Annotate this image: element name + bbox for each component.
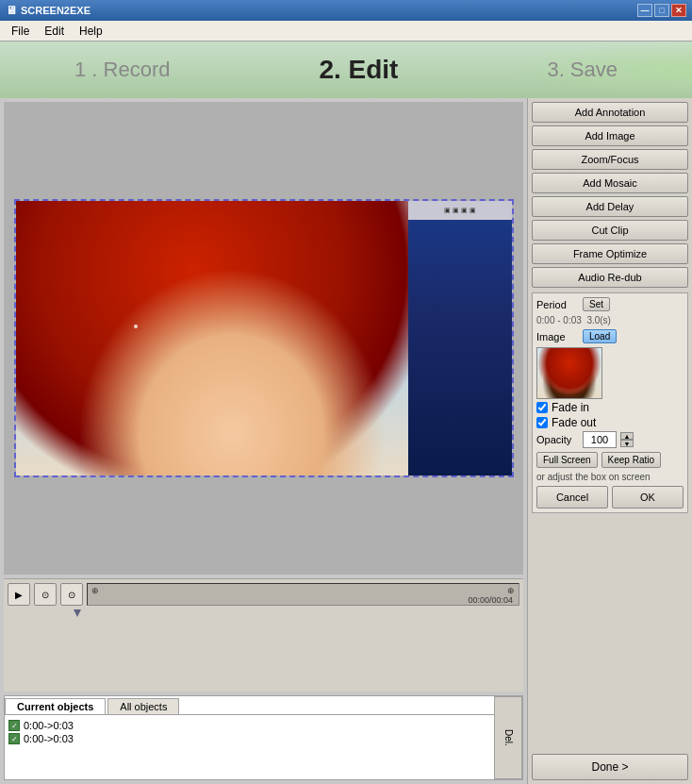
close-button[interactable]: ✕ bbox=[671, 4, 686, 17]
header-steps: 1 . Record 2. Edit 3. Save bbox=[0, 42, 692, 98]
item-checkbox-2[interactable]: ✓ bbox=[8, 733, 20, 744]
menu-file[interactable]: File bbox=[4, 23, 37, 40]
menu-bar: File Edit Help bbox=[0, 21, 692, 42]
cursor-indicator bbox=[134, 325, 138, 328]
timeline-playhead-row bbox=[8, 609, 519, 617]
left-panel: ▣ ▣ ▣ ▣ ▶ ⊙ ⊙ ⊕ ⊕ 00:00/00:04 bbox=[0, 98, 527, 784]
item-time-2: 0:00->0:03 bbox=[24, 733, 74, 744]
keep-ratio-button[interactable]: Keep Ratio bbox=[601, 452, 661, 468]
play-button[interactable]: ▶ bbox=[8, 583, 30, 606]
add-delay-button[interactable]: Add Delay bbox=[532, 196, 688, 217]
minimize-button[interactable]: — bbox=[637, 4, 652, 17]
step-record[interactable]: 1 . Record bbox=[74, 58, 171, 82]
desktop-taskbar: ▣ ▣ ▣ ▣ bbox=[408, 201, 511, 220]
list-item: ✓ 0:00->0:03 bbox=[8, 719, 519, 732]
playhead bbox=[74, 609, 81, 617]
marker-start-icon: ⊕ bbox=[91, 586, 99, 595]
opacity-down[interactable]: ▼ bbox=[620, 440, 634, 447]
period-range: 0:00 - 0:03 3.0(s) bbox=[536, 315, 684, 325]
opacity-input[interactable] bbox=[583, 431, 617, 448]
period-set-button[interactable]: Set bbox=[583, 297, 610, 311]
girl-illustration bbox=[16, 201, 409, 475]
size-buttons-row: Full Screen Keep Ratio bbox=[536, 452, 684, 468]
app-icon: 🖥 bbox=[6, 4, 17, 17]
mark-out-button[interactable]: ⊙ bbox=[60, 583, 83, 606]
opacity-row: Opacity ▲ ▼ bbox=[536, 431, 684, 448]
bottom-buttons: Cancel OK bbox=[536, 486, 684, 509]
image-load-button[interactable]: Load bbox=[583, 329, 617, 343]
delete-button[interactable]: Del. bbox=[494, 696, 522, 779]
maximize-button[interactable]: □ bbox=[654, 4, 669, 17]
period-row: Period Set bbox=[536, 297, 684, 311]
image-row: Image Load bbox=[536, 329, 684, 343]
timeline-scrubber[interactable]: ⊕ ⊕ 00:00/00:04 bbox=[87, 583, 519, 606]
zoom-focus-button[interactable]: Zoom/Focus bbox=[532, 149, 688, 170]
settings-box: Period Set 0:00 - 0:03 3.0(s) Image Load… bbox=[532, 292, 688, 513]
timeline-controls: ▶ ⊙ ⊙ ⊕ ⊕ 00:00/00:04 bbox=[8, 583, 519, 606]
opacity-label: Opacity bbox=[536, 434, 579, 445]
title-bar: 🖥 SCREEN2EXE — □ ✕ bbox=[0, 0, 692, 21]
fade-in-row: Fade in bbox=[536, 401, 684, 414]
app-title: SCREEN2EXE bbox=[21, 5, 91, 16]
adjust-text: or adjust the box on screen bbox=[536, 472, 684, 482]
menu-help[interactable]: Help bbox=[72, 23, 110, 40]
marker-end-icon: ⊕ bbox=[507, 586, 515, 595]
period-label: Period bbox=[536, 299, 579, 310]
item-checkbox-1[interactable]: ✓ bbox=[8, 720, 20, 731]
tab-all-objects[interactable]: All objects bbox=[107, 698, 179, 714]
opacity-spinner: ▲ ▼ bbox=[620, 432, 634, 447]
objects-list: ✓ 0:00->0:03 ✓ 0:00->0:03 bbox=[5, 715, 522, 749]
frame-optimize-button[interactable]: Frame Optimize bbox=[532, 243, 688, 264]
preview-thumbnail bbox=[537, 348, 601, 398]
window-controls: — □ ✕ bbox=[637, 4, 686, 17]
item-time-1: 0:00->0:03 bbox=[24, 720, 74, 731]
ok-button[interactable]: OK bbox=[612, 486, 684, 509]
fade-in-checkbox[interactable] bbox=[536, 402, 548, 413]
fade-out-label: Fade out bbox=[552, 416, 596, 429]
main-image bbox=[16, 201, 409, 475]
time-display: 00:00/00:04 bbox=[468, 595, 513, 605]
add-image-button[interactable]: Add Image bbox=[532, 125, 688, 146]
step-edit[interactable]: 2. Edit bbox=[319, 55, 398, 85]
step-save[interactable]: 3. Save bbox=[547, 58, 618, 82]
objects-tabs: Current objects All objects bbox=[5, 696, 522, 715]
mark-in-button[interactable]: ⊙ bbox=[34, 583, 57, 606]
add-mosaic-button[interactable]: Add Mosaic bbox=[532, 173, 688, 193]
image-preview bbox=[536, 347, 602, 399]
done-button[interactable]: Done > bbox=[532, 754, 688, 780]
canvas-area: ▣ ▣ ▣ ▣ bbox=[4, 102, 523, 575]
title-bar-left: 🖥 SCREEN2EXE bbox=[6, 4, 91, 17]
tab-current-objects[interactable]: Current objects bbox=[5, 698, 106, 714]
fade-out-checkbox[interactable] bbox=[536, 417, 548, 428]
add-annotation-button[interactable]: Add Annotation bbox=[532, 102, 688, 123]
right-panel: Add Annotation Add Image Zoom/Focus Add … bbox=[527, 98, 692, 784]
audio-redub-button[interactable]: Audio Re-dub bbox=[532, 267, 688, 288]
full-screen-button[interactable]: Full Screen bbox=[536, 452, 598, 468]
objects-panel: Current objects All objects ✓ 0:00->0:03… bbox=[4, 695, 523, 780]
image-label: Image bbox=[536, 331, 579, 342]
desktop-preview: ▣ ▣ ▣ ▣ bbox=[408, 201, 511, 475]
main-content: ▣ ▣ ▣ ▣ ▶ ⊙ ⊙ ⊕ ⊕ 00:00/00:04 bbox=[0, 98, 692, 784]
menu-edit[interactable]: Edit bbox=[37, 23, 72, 40]
cut-clip-button[interactable]: Cut Clip bbox=[532, 220, 688, 241]
cancel-button[interactable]: Cancel bbox=[536, 486, 608, 509]
timeline-area: ▶ ⊙ ⊙ ⊕ ⊕ 00:00/00:04 bbox=[4, 578, 523, 692]
opacity-up[interactable]: ▲ bbox=[620, 432, 634, 440]
fade-out-row: Fade out bbox=[536, 416, 684, 429]
fade-in-label: Fade in bbox=[552, 401, 589, 414]
list-item: ✓ 0:00->0:03 bbox=[8, 732, 519, 745]
canvas-image: ▣ ▣ ▣ ▣ bbox=[14, 199, 514, 477]
